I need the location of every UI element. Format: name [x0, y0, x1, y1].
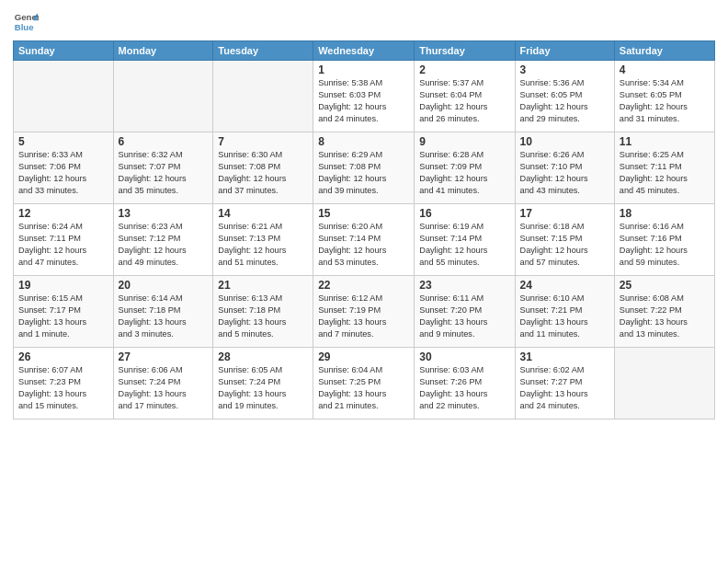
svg-text:Blue: Blue — [15, 22, 34, 32]
day-info: Sunrise: 6:21 AM Sunset: 7:13 PM Dayligh… — [218, 221, 308, 269]
day-number: 7 — [218, 135, 308, 148]
day-info: Sunrise: 5:34 AM Sunset: 6:05 PM Dayligh… — [620, 77, 710, 125]
week-row-5: 26Sunrise: 6:07 AM Sunset: 7:23 PM Dayli… — [14, 348, 715, 419]
day-cell-13: 13Sunrise: 6:23 AM Sunset: 7:12 PM Dayli… — [113, 204, 213, 276]
day-cell-15: 15Sunrise: 6:20 AM Sunset: 7:14 PM Dayli… — [313, 204, 415, 276]
day-number: 27 — [119, 350, 209, 363]
day-info: Sunrise: 6:18 AM Sunset: 7:15 PM Dayligh… — [520, 221, 609, 269]
day-number: 11 — [620, 135, 710, 148]
day-number: 25 — [620, 279, 710, 292]
day-info: Sunrise: 6:02 AM Sunset: 7:27 PM Dayligh… — [520, 364, 609, 412]
day-number: 6 — [119, 135, 209, 148]
day-info: Sunrise: 5:38 AM Sunset: 6:03 PM Dayligh… — [318, 77, 409, 125]
day-number: 29 — [318, 350, 409, 363]
empty-cell — [614, 348, 714, 419]
day-number: 16 — [419, 207, 509, 220]
day-number: 31 — [520, 350, 609, 363]
day-info: Sunrise: 6:23 AM Sunset: 7:12 PM Dayligh… — [119, 221, 209, 269]
day-cell-28: 28Sunrise: 6:05 AM Sunset: 7:24 PM Dayli… — [213, 348, 313, 419]
day-info: Sunrise: 6:14 AM Sunset: 7:18 PM Dayligh… — [119, 293, 209, 340]
day-number: 9 — [419, 135, 509, 148]
day-number: 15 — [318, 207, 409, 220]
day-info: Sunrise: 6:19 AM Sunset: 7:14 PM Dayligh… — [419, 221, 509, 269]
day-number: 30 — [419, 350, 509, 363]
day-info: Sunrise: 6:29 AM Sunset: 7:08 PM Dayligh… — [318, 149, 409, 197]
day-cell-8: 8Sunrise: 6:29 AM Sunset: 7:08 PM Daylig… — [313, 132, 415, 204]
day-cell-23: 23Sunrise: 6:11 AM Sunset: 7:20 PM Dayli… — [415, 276, 515, 348]
empty-cell — [14, 61, 114, 132]
day-number: 17 — [520, 207, 609, 220]
day-info: Sunrise: 6:25 AM Sunset: 7:11 PM Dayligh… — [620, 149, 710, 197]
col-header-monday: Monday — [113, 41, 213, 61]
col-header-saturday: Saturday — [614, 41, 714, 61]
day-cell-11: 11Sunrise: 6:25 AM Sunset: 7:11 PM Dayli… — [614, 132, 714, 204]
day-cell-12: 12Sunrise: 6:24 AM Sunset: 7:11 PM Dayli… — [14, 204, 114, 276]
col-header-friday: Friday — [515, 41, 614, 61]
day-info: Sunrise: 5:37 AM Sunset: 6:04 PM Dayligh… — [419, 77, 509, 125]
day-info: Sunrise: 6:12 AM Sunset: 7:19 PM Dayligh… — [318, 293, 409, 340]
day-cell-16: 16Sunrise: 6:19 AM Sunset: 7:14 PM Dayli… — [415, 204, 515, 276]
day-cell-6: 6Sunrise: 6:32 AM Sunset: 7:07 PM Daylig… — [113, 132, 213, 204]
day-number: 20 — [119, 279, 209, 292]
day-number: 14 — [218, 207, 308, 220]
day-info: Sunrise: 6:32 AM Sunset: 7:07 PM Dayligh… — [119, 149, 209, 197]
col-header-tuesday: Tuesday — [213, 41, 313, 61]
day-cell-1: 1Sunrise: 5:38 AM Sunset: 6:03 PM Daylig… — [313, 61, 415, 132]
day-cell-3: 3Sunrise: 5:36 AM Sunset: 6:05 PM Daylig… — [515, 61, 614, 132]
day-number: 19 — [18, 279, 108, 292]
day-cell-2: 2Sunrise: 5:37 AM Sunset: 6:04 PM Daylig… — [415, 61, 515, 132]
day-number: 4 — [620, 63, 710, 76]
col-header-wednesday: Wednesday — [313, 41, 415, 61]
day-cell-18: 18Sunrise: 6:16 AM Sunset: 7:16 PM Dayli… — [614, 204, 714, 276]
day-number: 26 — [18, 350, 108, 363]
day-number: 22 — [318, 279, 409, 292]
day-info: Sunrise: 6:13 AM Sunset: 7:18 PM Dayligh… — [218, 293, 308, 340]
empty-cell — [213, 61, 313, 132]
day-info: Sunrise: 6:05 AM Sunset: 7:24 PM Dayligh… — [218, 364, 308, 412]
day-info: Sunrise: 6:24 AM Sunset: 7:11 PM Dayligh… — [18, 221, 108, 269]
day-info: Sunrise: 6:04 AM Sunset: 7:25 PM Dayligh… — [318, 364, 409, 412]
day-info: Sunrise: 6:16 AM Sunset: 7:16 PM Dayligh… — [620, 221, 710, 269]
day-cell-26: 26Sunrise: 6:07 AM Sunset: 7:23 PM Dayli… — [14, 348, 114, 419]
day-number: 2 — [419, 63, 509, 76]
week-row-3: 12Sunrise: 6:24 AM Sunset: 7:11 PM Dayli… — [14, 204, 715, 276]
day-cell-20: 20Sunrise: 6:14 AM Sunset: 7:18 PM Dayli… — [113, 276, 213, 348]
day-number: 18 — [620, 207, 710, 220]
day-info: Sunrise: 6:20 AM Sunset: 7:14 PM Dayligh… — [318, 221, 409, 269]
day-cell-24: 24Sunrise: 6:10 AM Sunset: 7:21 PM Dayli… — [515, 276, 614, 348]
day-number: 10 — [520, 135, 609, 148]
day-cell-5: 5Sunrise: 6:33 AM Sunset: 7:06 PM Daylig… — [14, 132, 114, 204]
day-info: Sunrise: 6:07 AM Sunset: 7:23 PM Dayligh… — [18, 364, 108, 412]
day-info: Sunrise: 6:06 AM Sunset: 7:24 PM Dayligh… — [119, 364, 209, 412]
day-info: Sunrise: 6:03 AM Sunset: 7:26 PM Dayligh… — [419, 364, 509, 412]
week-row-2: 5Sunrise: 6:33 AM Sunset: 7:06 PM Daylig… — [14, 132, 715, 204]
day-number: 12 — [18, 207, 108, 220]
day-cell-31: 31Sunrise: 6:02 AM Sunset: 7:27 PM Dayli… — [515, 348, 614, 419]
day-cell-17: 17Sunrise: 6:18 AM Sunset: 7:15 PM Dayli… — [515, 204, 614, 276]
day-number: 1 — [318, 63, 409, 76]
col-header-sunday: Sunday — [14, 41, 114, 61]
day-cell-29: 29Sunrise: 6:04 AM Sunset: 7:25 PM Dayli… — [313, 348, 415, 419]
day-info: Sunrise: 6:15 AM Sunset: 7:17 PM Dayligh… — [18, 293, 108, 340]
day-info: Sunrise: 6:30 AM Sunset: 7:08 PM Dayligh… — [218, 149, 308, 197]
calendar-table: SundayMondayTuesdayWednesdayThursdayFrid… — [13, 40, 715, 419]
day-cell-14: 14Sunrise: 6:21 AM Sunset: 7:13 PM Dayli… — [213, 204, 313, 276]
col-header-thursday: Thursday — [415, 41, 515, 61]
empty-cell — [113, 61, 213, 132]
day-cell-21: 21Sunrise: 6:13 AM Sunset: 7:18 PM Dayli… — [213, 276, 313, 348]
day-cell-22: 22Sunrise: 6:12 AM Sunset: 7:19 PM Dayli… — [313, 276, 415, 348]
day-cell-27: 27Sunrise: 6:06 AM Sunset: 7:24 PM Dayli… — [113, 348, 213, 419]
day-info: Sunrise: 5:36 AM Sunset: 6:05 PM Dayligh… — [520, 77, 609, 125]
day-cell-4: 4Sunrise: 5:34 AM Sunset: 6:05 PM Daylig… — [614, 61, 714, 132]
day-info: Sunrise: 6:28 AM Sunset: 7:09 PM Dayligh… — [419, 149, 509, 197]
logo-icon: General Blue — [13, 9, 39, 35]
day-number: 13 — [119, 207, 209, 220]
day-info: Sunrise: 6:33 AM Sunset: 7:06 PM Dayligh… — [18, 149, 108, 197]
day-cell-7: 7Sunrise: 6:30 AM Sunset: 7:08 PM Daylig… — [213, 132, 313, 204]
day-cell-10: 10Sunrise: 6:26 AM Sunset: 7:10 PM Dayli… — [515, 132, 614, 204]
day-info: Sunrise: 6:11 AM Sunset: 7:20 PM Dayligh… — [419, 293, 509, 340]
day-cell-25: 25Sunrise: 6:08 AM Sunset: 7:22 PM Dayli… — [614, 276, 714, 348]
page-header: General Blue — [13, 9, 715, 35]
week-row-4: 19Sunrise: 6:15 AM Sunset: 7:17 PM Dayli… — [14, 276, 715, 348]
day-number: 8 — [318, 135, 409, 148]
